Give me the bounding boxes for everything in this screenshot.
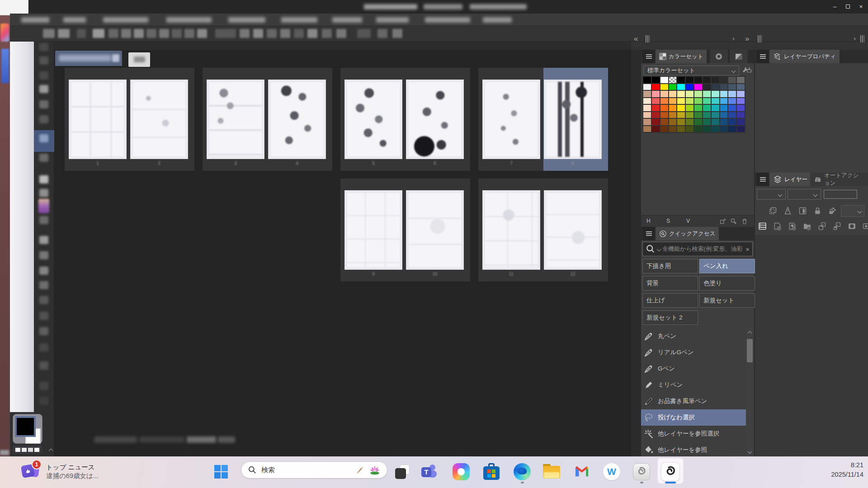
page-thumbnail[interactable] xyxy=(544,190,602,270)
color-swatch[interactable] xyxy=(677,98,685,105)
tool-icon-blurred[interactable] xyxy=(39,312,48,320)
color-swatch[interactable] xyxy=(685,98,694,105)
page-cell[interactable]: 2 xyxy=(130,68,195,171)
taskbar-search[interactable]: 検索 xyxy=(241,461,387,479)
tool-icon-blurred[interactable] xyxy=(39,56,48,65)
add-color-icon[interactable] xyxy=(730,217,738,225)
color-swatch[interactable] xyxy=(728,84,736,91)
color-swatch[interactable] xyxy=(660,84,669,91)
w-app-button[interactable]: W xyxy=(602,462,622,482)
color-swatch[interactable] xyxy=(703,98,711,105)
color-swatch[interactable] xyxy=(643,90,651,98)
toolbar-icon-blurred[interactable] xyxy=(253,29,263,38)
color-swatch[interactable] xyxy=(711,118,720,126)
page-cell[interactable]: 4 xyxy=(268,68,333,171)
tool-set-3[interactable]: 背景 xyxy=(642,276,698,291)
toolbar-icon-blurred[interactable] xyxy=(108,29,118,38)
tool-item-4[interactable]: ミリペン xyxy=(641,377,746,393)
color-swatch[interactable] xyxy=(685,112,694,119)
color-swatch[interactable] xyxy=(685,104,694,112)
color-history-strip[interactable] xyxy=(13,446,42,454)
file-explorer-button[interactable] xyxy=(542,462,561,482)
color-swatch[interactable] xyxy=(728,126,736,133)
toolbar-icon-blurred[interactable] xyxy=(43,29,55,38)
toolbar-icon-blurred[interactable] xyxy=(134,29,144,38)
tool-set-2[interactable]: ペン入れ xyxy=(699,259,755,273)
toolbar-icon-blurred[interactable] xyxy=(146,29,156,38)
color-swatch[interactable] xyxy=(736,84,745,91)
tool-icon-blurred[interactable] xyxy=(38,199,49,213)
color-swatch[interactable] xyxy=(703,84,711,91)
color-swatch[interactable] xyxy=(651,126,660,133)
page-thumbnail[interactable] xyxy=(482,80,540,159)
import-icon[interactable] xyxy=(745,66,754,74)
delete-color-icon[interactable] xyxy=(741,217,749,225)
tool-icon-blurred[interactable] xyxy=(39,134,48,142)
tool-set-7[interactable]: 新規セット 2 xyxy=(642,310,698,325)
color-swatch[interactable] xyxy=(711,90,720,98)
menu-item-blurred[interactable] xyxy=(103,17,148,23)
clear-icon[interactable]: × xyxy=(745,245,750,253)
tool-icon-blurred[interactable] xyxy=(39,267,48,275)
toolbar-icon-blurred[interactable] xyxy=(377,29,387,38)
menu-bar[interactable] xyxy=(10,14,868,26)
color-swatch[interactable] xyxy=(677,76,685,84)
tab-layer-property[interactable]: レイヤープロパティ xyxy=(769,50,840,63)
color-swatch[interactable] xyxy=(720,76,728,84)
color-swatch[interactable] xyxy=(736,118,745,126)
color-swatch[interactable] xyxy=(694,98,703,105)
color-swatch[interactable] xyxy=(703,76,711,84)
panel-menu-icon[interactable] xyxy=(643,50,655,63)
tab-color-set[interactable]: カラーセット xyxy=(656,50,707,63)
color-swatch[interactable] xyxy=(643,104,651,112)
tool-set-5[interactable]: 仕上げ xyxy=(642,293,698,308)
toolbar-icon-blurred[interactable] xyxy=(93,29,104,38)
color-swatch[interactable] xyxy=(660,104,669,112)
color-swatch[interactable] xyxy=(669,112,677,119)
color-swatch[interactable] xyxy=(694,112,703,119)
menu-item-blurred[interactable] xyxy=(166,17,212,23)
tool-set-6[interactable]: 新規セット xyxy=(699,293,755,308)
page-spread[interactable]: 910 xyxy=(340,178,470,282)
toolbar-icon-blurred[interactable] xyxy=(322,29,332,38)
command-bar[interactable] xyxy=(10,26,868,42)
tool-icon-blurred[interactable] xyxy=(39,236,48,244)
toolbar-icon-blurred[interactable] xyxy=(357,29,371,38)
page-cell[interactable]: 6 xyxy=(406,68,471,171)
panel-grip[interactable] xyxy=(646,35,650,42)
color-swatch[interactable] xyxy=(720,84,728,91)
merge-icon[interactable] xyxy=(832,221,842,231)
clip-studio-paint-button[interactable] xyxy=(660,462,680,482)
color-swatch[interactable] xyxy=(669,104,677,112)
page-thumbnail[interactable] xyxy=(482,190,540,270)
color-swatch[interactable] xyxy=(677,104,685,112)
color-swatch[interactable] xyxy=(703,126,711,133)
color-swatch[interactable] xyxy=(728,104,736,112)
tool-icon-blurred[interactable] xyxy=(39,216,48,224)
replace-color-icon[interactable] xyxy=(719,217,727,225)
color-swatch[interactable] xyxy=(711,84,720,91)
color-palette-grid[interactable] xyxy=(642,76,745,133)
new-layer-icon[interactable] xyxy=(772,221,782,231)
color-swatch[interactable] xyxy=(685,126,694,133)
color-swatch[interactable] xyxy=(711,98,720,105)
color-swatch[interactable] xyxy=(660,76,669,84)
color-swatch[interactable] xyxy=(660,90,669,98)
toolbar-icon-blurred[interactable] xyxy=(184,29,194,38)
color-swatch[interactable] xyxy=(669,90,677,98)
color-swatch[interactable] xyxy=(703,90,711,98)
page-thumbnail[interactable] xyxy=(207,80,264,159)
page-thumbnail[interactable] xyxy=(344,80,402,159)
panel-grip[interactable] xyxy=(758,35,762,42)
toolbar-icon-blurred[interactable] xyxy=(172,29,182,38)
collapse-left-icon[interactable]: « xyxy=(634,34,638,43)
color-swatch[interactable] xyxy=(694,104,703,112)
toolbar-icon-blurred[interactable] xyxy=(58,29,70,38)
color-swatch[interactable] xyxy=(660,118,669,126)
tool-icon-blurred[interactable] xyxy=(39,43,48,51)
color-swatch[interactable] xyxy=(669,76,677,84)
menu-item-blurred[interactable] xyxy=(376,17,409,23)
color-swatch[interactable] xyxy=(685,76,694,84)
color-swatch[interactable] xyxy=(736,126,745,133)
transfer-icon[interactable] xyxy=(817,221,827,231)
